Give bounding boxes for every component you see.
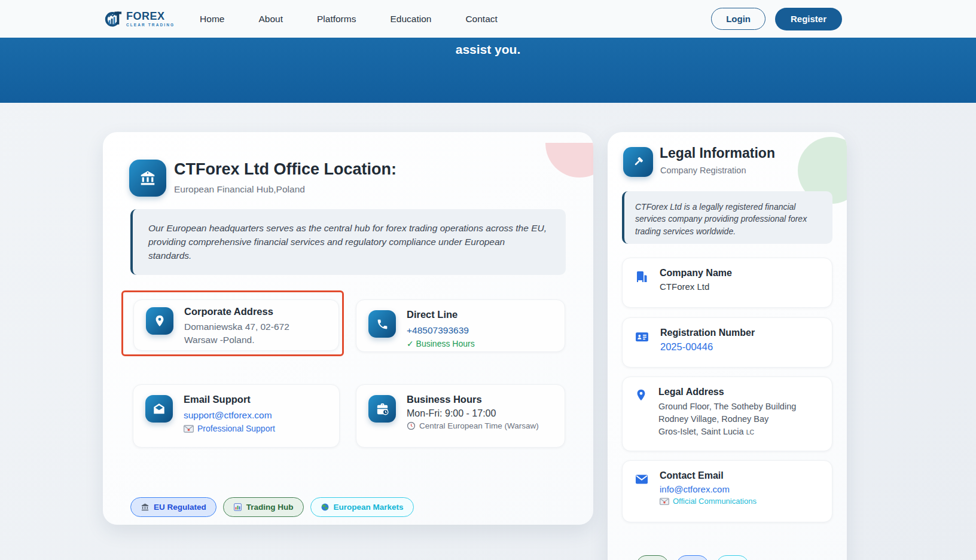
- tile-title: Business Hours: [407, 394, 539, 405]
- business-hours-note: ✓ Business Hours: [407, 339, 475, 348]
- legal-badges-cutoff: [636, 555, 749, 560]
- info-label: Registration Number: [660, 328, 755, 338]
- timezone-note: Central European Time (Warsaw): [407, 421, 539, 430]
- tile-title: Direct Line: [407, 309, 475, 320]
- pink-circle-decoration: [545, 143, 593, 178]
- phone-link[interactable]: +48507393639: [407, 323, 469, 337]
- nav-link-platforms[interactable]: Platforms: [317, 14, 356, 25]
- legal-description-quote: CTForex Ltd is a legally registered fina…: [622, 191, 832, 244]
- legal-card-subtitle: Company Registration: [660, 166, 746, 175]
- building-icon: [635, 270, 649, 284]
- chart-emoji-icon: [233, 503, 242, 512]
- support-email-link[interactable]: support@ctforex.com: [184, 408, 272, 422]
- legal-address-line-3: Gros-Islet, Saint Lucia LC: [658, 426, 796, 438]
- badge-trading-hub: Trading Hub: [223, 497, 304, 517]
- email-emoji-icon: [184, 425, 194, 433]
- register-button[interactable]: Register: [775, 8, 842, 30]
- address-line-2: Warsaw -Poland.: [184, 333, 289, 347]
- logo-name: FOREX: [126, 11, 175, 22]
- tile-title: Email Support: [184, 394, 275, 405]
- contact-email-link[interactable]: info@ctforex.com: [660, 484, 757, 494]
- gavel-icon: [623, 147, 653, 177]
- corporate-address-tile: Corporate Address Domaniewska 47, 02-672…: [133, 299, 339, 351]
- contact-email-item: Contact Email info@ctforex.com Official …: [622, 460, 832, 522]
- id-card-icon: [635, 329, 649, 344]
- company-name-item: Company Name CTForex Ltd: [622, 258, 832, 308]
- info-label: Legal Address: [658, 387, 796, 397]
- email-support-tile: Email Support support@ctforex.com Profes…: [133, 384, 340, 448]
- nav-link-home[interactable]: Home: [200, 14, 224, 25]
- office-description-quote: Our European headquarters serves as the …: [130, 209, 566, 275]
- office-badges: EU Regulated Trading Hub European Market…: [130, 497, 414, 517]
- nav-actions: Login Register: [711, 8, 842, 30]
- clock-icon: [407, 421, 416, 430]
- phone-icon: [368, 310, 396, 338]
- tile-title: Corporate Address: [184, 306, 289, 317]
- address-line-1: Domaniewska 47, 02-672: [184, 320, 289, 333]
- cutoff-badge-2: [676, 555, 709, 560]
- legal-address-item: Legal Address Ground Floor, The Sotheby …: [622, 377, 832, 451]
- nav-link-contact[interactable]: Contact: [465, 14, 497, 25]
- professional-support-note: Professional Support: [184, 424, 275, 433]
- registration-number-value: 2025-00446: [660, 341, 755, 353]
- logo-tagline: CLEAR TRADING: [126, 23, 175, 27]
- badge-european-markets: European Markets: [310, 497, 414, 517]
- location-pin-icon: [146, 307, 173, 335]
- legal-address-suffix: LC: [746, 429, 754, 436]
- nav-bar: FOREX CLEAR TRADING Home About Platforms…: [0, 0, 976, 38]
- email-emoji-icon: [660, 498, 669, 505]
- business-hours-tile: Business Hours Mon-Fri: 9:00 - 17:00 Cen…: [356, 384, 565, 448]
- briefcase-clock-icon: [368, 395, 396, 423]
- cutoff-badge-1: [636, 555, 669, 560]
- nav-link-education[interactable]: Education: [390, 14, 431, 25]
- office-card-subtitle: European Financial Hub,Poland: [174, 184, 305, 195]
- info-label: Contact Email: [660, 470, 757, 481]
- mail-open-icon: [145, 395, 173, 423]
- envelope-icon: [635, 472, 649, 486]
- bank-emoji-icon: [141, 503, 150, 512]
- login-button[interactable]: Login: [711, 8, 765, 30]
- badge-eu-regulated: EU Regulated: [130, 497, 216, 517]
- brand-logo[interactable]: FOREX CLEAR TRADING: [103, 10, 175, 28]
- globe-emoji-icon: [321, 503, 330, 512]
- office-location-card: CTForex Ltd Office Location: European Fi…: [103, 132, 593, 525]
- info-label: Company Name: [660, 268, 732, 279]
- legal-card-title: Legal Information: [660, 145, 775, 161]
- nav-link-about[interactable]: About: [258, 14, 283, 25]
- location-pin-icon: [635, 388, 648, 402]
- hours-value: Mon-Fri: 9:00 - 17:00: [407, 408, 539, 419]
- legal-information-card: Legal Information Company Registration C…: [608, 132, 847, 560]
- office-card-title: CTForex Ltd Office Location:: [174, 160, 396, 179]
- logo-mark-icon: [103, 10, 122, 28]
- bank-icon: [129, 160, 166, 197]
- legal-address-line-1: Ground Floor, The Sotheby Building: [658, 400, 796, 413]
- cutoff-badge-3: [716, 555, 749, 560]
- official-communications-note: Official Communications: [660, 497, 757, 506]
- hero-text: assist you.: [0, 42, 976, 57]
- registration-number-item: Registration Number 2025-00446: [622, 317, 832, 368]
- company-name-value: CTForex Ltd: [660, 281, 732, 292]
- nav-links: Home About Platforms Education Contact: [200, 14, 498, 25]
- legal-address-line-2: Rodney Village, Rodney Bay: [658, 413, 796, 426]
- hero-banner: assist you.: [0, 38, 976, 103]
- direct-line-tile: Direct Line +48507393639 ✓ Business Hour…: [356, 299, 565, 352]
